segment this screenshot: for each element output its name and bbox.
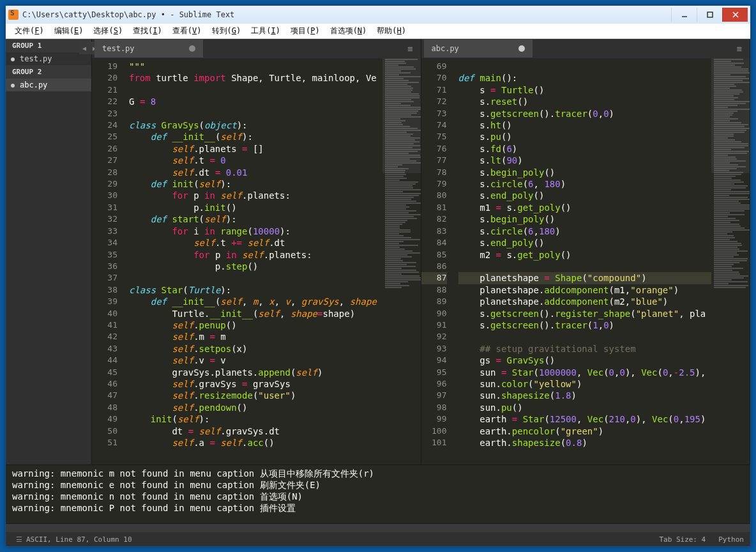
console-line: warning: mnemonic n not found in menu ca… (12, 491, 744, 502)
menu-item[interactable]: 转到(G) (207, 24, 246, 38)
tab-menu-icon[interactable]: ≡ (402, 43, 418, 54)
menu-item[interactable]: 帮助(H) (372, 24, 411, 38)
status-bar: ☰ ASCII, Line 87, Column 10 Tab Size: 4 … (6, 532, 750, 546)
right-minimap[interactable] (711, 58, 750, 464)
console-line: warning: mnemonic P not found in menu ca… (12, 502, 744, 514)
menubar: 文件(F)编辑(E)选择(S)查找(I)查看(V)转到(G)工具(I)项目(P)… (6, 24, 750, 39)
menu-item[interactable]: 文件(F) (10, 24, 49, 38)
group1-label: GROUP 1 (6, 39, 91, 52)
svg-rect-1 (707, 12, 713, 17)
right-pane: abc.py ≡ 6970717273747576777879808182838… (421, 39, 751, 464)
menu-item[interactable]: 查看(V) (167, 24, 207, 38)
left-minimap[interactable] (382, 58, 421, 464)
group2-label: GROUP 2 (6, 65, 91, 79)
console-line: warning: mnemonic m not found in menu ca… (12, 468, 744, 479)
menu-item[interactable]: 选择(S) (88, 24, 128, 38)
status-menu-icon[interactable]: ☰ (12, 535, 26, 544)
console-panel[interactable]: warning: mnemonic m not found in menu ca… (6, 464, 750, 523)
titlebar[interactable]: C:\Users\catty\Desktop\abc.py • - Sublim… (6, 6, 750, 24)
sidebar-item-abc[interactable]: abc.py (6, 79, 91, 91)
window-title: C:\Users\catty\Desktop\abc.py • - Sublim… (22, 10, 671, 19)
status-lang[interactable]: Python (718, 535, 744, 544)
modified-dot-icon (11, 57, 15, 61)
status-position[interactable]: ASCII, Line 87, Column 10 (26, 535, 132, 544)
close-button[interactable] (722, 8, 748, 22)
menu-item[interactable]: 工具(I) (246, 24, 285, 38)
maximize-button[interactable] (697, 8, 722, 22)
app-window: C:\Users\catty\Desktop\abc.py • - Sublim… (5, 5, 751, 547)
menu-item[interactable]: 首选项(N) (325, 24, 372, 38)
left-pane: test.py ≡ 192021222324252627282930313233… (92, 39, 421, 464)
minimize-button[interactable] (671, 8, 697, 22)
tab-test[interactable]: test.py (94, 40, 203, 57)
sidebar-item-test[interactable]: test.py (6, 52, 91, 65)
tab-abc[interactable]: abc.py (424, 40, 533, 57)
tab-close-icon[interactable] (518, 45, 525, 52)
menu-item[interactable]: 编辑(E) (49, 24, 89, 38)
horizontal-scrollbar[interactable] (6, 523, 750, 532)
menu-item[interactable]: 项目(P) (285, 24, 325, 38)
menu-item[interactable]: 查找(I) (128, 24, 167, 38)
modified-dot-icon (11, 84, 15, 88)
tab-close-icon[interactable] (189, 45, 195, 52)
tab-menu-icon[interactable]: ≡ (732, 43, 747, 54)
right-editor[interactable]: 6970717273747576777879808182838485868788… (421, 58, 750, 464)
console-line: warning: mnemonic e not found in menu ca… (12, 479, 744, 491)
left-editor[interactable]: 1920212223242526272829303132333435363738… (92, 58, 421, 464)
status-tabsize[interactable]: Tab Size: 4 (659, 535, 706, 544)
app-icon (8, 10, 19, 20)
sidebar: GROUP 1 ◀▶ test.py GROUP 2 abc.py (6, 39, 92, 464)
